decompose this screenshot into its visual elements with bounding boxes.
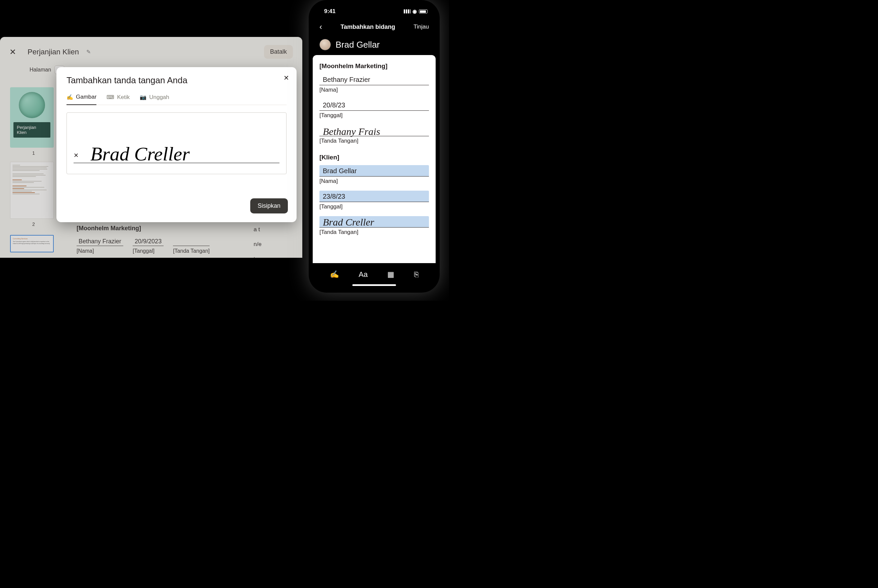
section2-date-field[interactable]: 23/8/23 (319, 190, 429, 202)
review-link[interactable]: Tinjau (413, 24, 429, 30)
side-item-ttd[interactable]: a t (254, 222, 302, 237)
preview-name-label: [Nama] (77, 248, 123, 254)
signature-tool-icon[interactable]: ✍ (330, 270, 339, 279)
phone-nav-title: Tambahkan bidang (341, 24, 395, 30)
section2-name-label: [Nama] (319, 178, 429, 184)
modal-tabs: ✍ Gambar ⌨ Ketik 📷 Unggah (66, 94, 287, 105)
pencil-icon[interactable]: ✎ (86, 49, 91, 55)
section1-date-field[interactable]: 20/8/23 (319, 99, 429, 111)
section1-name-label: [Nama] (319, 87, 429, 93)
preview-sig-value (173, 236, 210, 246)
section2-heading: [Klien] (319, 154, 429, 161)
page-thumbnails: Perjanjian Klien 1 2 Consulting Services… (10, 87, 57, 252)
insert-button[interactable]: Sisipkan (250, 198, 288, 213)
section2-date-label: [Tanggal] (319, 203, 429, 210)
preview-date-label: [Tanggal] (133, 248, 164, 254)
signal-icon (404, 9, 410, 14)
section1-signature-field[interactable]: Bethany Frais (319, 125, 429, 136)
date-tool-icon[interactable]: ▦ (387, 270, 394, 279)
tab-label: Gambar (76, 94, 96, 100)
camera-icon: 📷 (140, 94, 146, 100)
preview-heading: [Moonhelm Marketing] (77, 225, 245, 232)
thumbnail-page-3[interactable]: Consulting Services The Consultant agree… (10, 235, 54, 252)
textfield-tool-icon[interactable]: ⎘ (414, 270, 418, 279)
keyboard-icon: ⌨ (107, 94, 114, 100)
status-time: 9:41 (324, 8, 335, 15)
preview-sig-label: [Tanda Tangan] (173, 248, 210, 254)
section2-signature-field[interactable]: Brad Creller (319, 216, 429, 228)
thumbnail-2-number: 2 (10, 222, 57, 227)
thumbnail-1-number: 1 (10, 150, 57, 156)
section2-name-field[interactable]: Brad Gellar (319, 165, 429, 177)
document-preview: [Moonhelm Marketing] Bethany Frazier [Na… (77, 225, 245, 254)
modal-title: Tambahkan tanda tangan Anda (66, 75, 287, 86)
side-item-ne[interactable]: n/e (254, 237, 302, 252)
thumbnail-page-1[interactable]: Perjanjian Klien (10, 87, 54, 148)
status-bar: 9:41 ◉ (313, 4, 436, 16)
phone-form-body: [Moonhelm Marketing] Bethany Frazier [Na… (313, 55, 436, 263)
back-icon[interactable]: ‹ (319, 22, 322, 32)
home-indicator (352, 284, 396, 286)
tab-label: Unggah (149, 94, 169, 100)
tab-upload[interactable]: 📷 Unggah (140, 94, 169, 105)
section2-sig-label: [Tanda Tangan] (319, 229, 429, 236)
thumbnail-1-label: Perjanjian Klien (14, 122, 50, 138)
avatar (319, 39, 331, 50)
user-row: Brad Gellar (313, 36, 436, 55)
signature-modal: ✕ Tambahkan tanda tangan Anda ✍ Gambar ⌨… (56, 67, 296, 222)
tab-draw[interactable]: ✍ Gambar (66, 94, 96, 105)
close-icon[interactable]: ✕ (284, 74, 289, 82)
desktop-header: ✕ Perjanjian Klien ✎ Batalk (0, 37, 302, 62)
section1-date-label: [Tanggal] (319, 112, 429, 119)
thumbnail-page-2[interactable] (10, 162, 54, 219)
pen-icon: ✍ (66, 94, 73, 100)
section1-heading: [Moonhelm Marketing] (319, 62, 429, 70)
drawn-signature: Brad Creller (90, 142, 190, 165)
phone-toolbar: ✍ Aa ▦ ⎘ (313, 263, 436, 289)
page-label: Halaman (30, 67, 51, 73)
document-title: Perjanjian Klien (27, 48, 79, 56)
preview-date-value: 20/9/2023 (133, 236, 164, 246)
tab-type[interactable]: ⌨ Ketik (107, 94, 130, 105)
section1-sig-label: [Tanda Tangan] (319, 138, 429, 144)
phone-nav: ‹ Tambahkan bidang Tinjau (313, 16, 436, 36)
clear-icon[interactable]: ✕ (74, 152, 78, 159)
text-tool-icon[interactable]: Aa (359, 270, 368, 279)
battery-icon (419, 9, 428, 14)
signature-canvas[interactable]: ✕ Brad Creller (66, 112, 287, 174)
wifi-icon: ◉ (412, 8, 417, 14)
user-name: Brad Gellar (335, 40, 380, 50)
side-item-tan[interactable]: tan (254, 252, 302, 258)
preview-name-value: Bethany Frazier (77, 236, 123, 246)
cover-image (19, 92, 45, 118)
tab-label: Ketik (117, 94, 130, 100)
section1-name-field[interactable]: Bethany Frazier (319, 74, 429, 85)
cancel-button[interactable]: Batalk (264, 45, 293, 59)
phone-mockup: 9:41 ◉ ‹ Tambahkan bidang Tinjau Brad Ge… (309, 0, 440, 292)
close-icon[interactable]: ✕ (9, 47, 16, 57)
